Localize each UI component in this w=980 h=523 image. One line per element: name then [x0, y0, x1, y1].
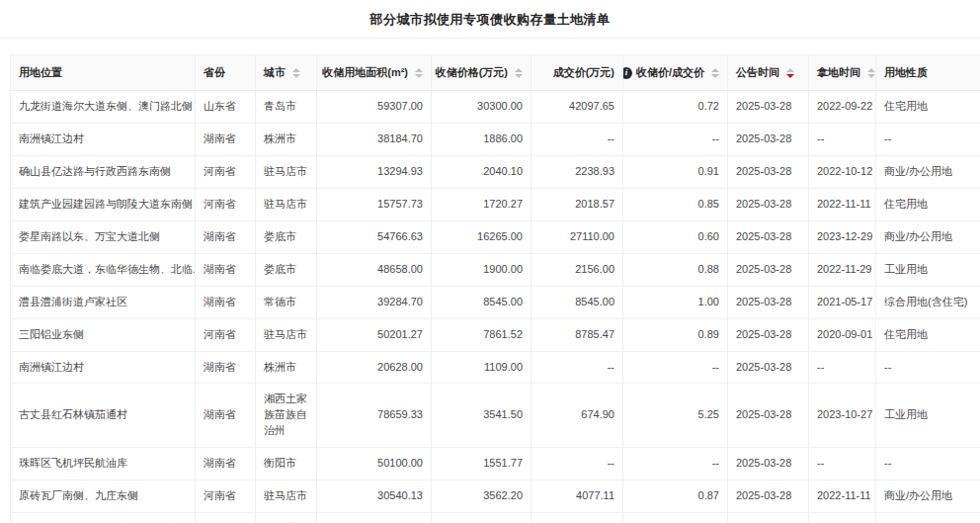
column-header-ratio[interactable]: i收储价/成交价 — [623, 55, 728, 90]
cell-province: 湖南省 — [196, 352, 256, 384]
cell-province: 湖南省 — [196, 254, 256, 286]
cell-deal_price: 4077.11 — [531, 480, 623, 512]
cell-price: 2040.10 — [432, 156, 531, 188]
cell-location: 原砖瓦厂南侧、九庄东侧 — [11, 480, 196, 512]
cell-province: 山东省 — [196, 91, 256, 123]
cell-province: 湖南省 — [196, 124, 256, 155]
land-acquisition-table: 用地位置省份城市收储用地面积(m²)收储价格(万元)成交价(万元)i收储价/成交… — [10, 54, 980, 523]
cell-city: 娄底市 — [256, 221, 317, 253]
sort-carets-icon[interactable] — [786, 68, 794, 78]
column-header-deal_price: 成交价(万元) — [531, 55, 623, 90]
cell-announce_date: 2025-03-28 — [728, 319, 809, 351]
cell-deal_price: 8785.47 — [531, 319, 623, 351]
cell-acquire_date: 2023-12-29 — [809, 221, 876, 253]
cell-ratio: 0.87 — [623, 480, 728, 512]
cell-city: 衡阳市 — [256, 448, 317, 479]
table-row: 建筑产业园建园路与朗陵大道东南侧河南省驻马店市15757.731720.2720… — [11, 189, 980, 221]
column-label: 收储价格(万元) — [436, 65, 508, 80]
caret-up-icon — [292, 68, 300, 72]
table-body: 九龙街道海尔大道东侧、澳门路北侧山东省青岛市59307.0030300.0042… — [11, 91, 980, 523]
cell-land_use: 商业/办公用地 — [876, 221, 980, 253]
caret-down-icon — [415, 74, 423, 78]
cell-acquire_date: -- — [809, 352, 876, 384]
caret-up-icon — [786, 68, 794, 72]
table-row: 珠晖区飞机坪民航油库湖南省衡阳市50100.001551.77----2025-… — [11, 448, 980, 480]
cell-location: 古丈县红石林镇茄通村 — [11, 384, 196, 447]
column-header-announce_date[interactable]: 公告时间 — [728, 55, 809, 90]
cell-area: 15757.73 — [317, 189, 432, 220]
cell-land_use: 住宅用地 — [876, 189, 980, 220]
cell-location: 珠晖区飞机坪民航油库 — [11, 448, 196, 479]
title-divider — [0, 38, 980, 39]
caret-up-icon — [867, 68, 875, 72]
cell-announce_date: 2025-03-28 — [728, 287, 809, 318]
column-header-area[interactable]: 收储用地面积(m²) — [317, 55, 432, 90]
info-circle-icon[interactable]: i — [623, 67, 632, 79]
cell-acquire_date: -- — [809, 513, 876, 523]
table-header-row: 用地位置省份城市收储用地面积(m²)收储价格(万元)成交价(万元)i收储价/成交… — [11, 55, 980, 91]
cell-deal_price: 8545.00 — [531, 287, 623, 318]
cell-land_use: 商业/办公用地 — [876, 156, 980, 188]
caret-up-icon — [515, 68, 523, 72]
sort-carets-icon[interactable] — [292, 68, 300, 78]
cell-area: 54766.63 — [317, 221, 432, 253]
cell-city: 湘西土家族苗族自治州 — [256, 384, 317, 447]
cell-province: 湖南省 — [196, 221, 256, 253]
column-label: 拿地时间 — [817, 65, 860, 80]
table-row: 原砖瓦厂南侧、九庄东侧河南省驻马店市30540.133562.204077.11… — [11, 480, 980, 513]
cell-area: 13294.93 — [317, 156, 432, 188]
cell-deal_price: 674.90 — [531, 384, 623, 447]
column-header-province: 省份 — [196, 55, 256, 90]
caret-down-icon — [292, 74, 300, 78]
page-title: 部分城市拟使用专项债收购存量土地清单 — [0, 0, 980, 38]
sort-carets-icon[interactable] — [711, 68, 719, 78]
cell-acquire_date: 2022-11-29 — [809, 254, 876, 286]
cell-announce_date: 2025-03-28 — [728, 189, 809, 220]
cell-price: 1886.00 — [432, 124, 531, 155]
sort-carets-icon[interactable] — [515, 68, 523, 78]
cell-land_use: 住宅用地 — [876, 319, 980, 351]
cell-city: 青岛市 — [256, 91, 317, 123]
cell-acquire_date: 2022-11-11 — [809, 189, 876, 220]
column-header-price[interactable]: 收储价格(万元) — [432, 55, 531, 90]
column-header-acquire_date[interactable]: 拿地时间 — [809, 55, 876, 90]
cell-area: 50100.00 — [317, 448, 432, 479]
cell-city: 株洲市 — [256, 352, 317, 384]
cell-province: 河南省 — [196, 480, 256, 512]
cell-land_use: -- — [876, 448, 980, 479]
cell-area: 20628.00 — [317, 352, 432, 384]
cell-area: 78659.33 — [317, 384, 432, 447]
column-label: 用地性质 — [884, 65, 928, 80]
cell-city: 驻马店市 — [256, 319, 317, 351]
cell-deal_price: -- — [531, 352, 623, 384]
table-row: 南洲镇江边村湖南省株洲市20628.001109.00----2025-03-2… — [11, 352, 980, 385]
cell-acquire_date: 2023-10-27 — [809, 384, 876, 447]
table-row: 南临娄底大道，东临华德生物、北临...湖南省娄底市48658.001900.00… — [11, 254, 980, 287]
cell-land_use: 商业/办公用地 — [876, 480, 980, 512]
table-row: 九龙街道海尔大道东侧、澳门路北侧山东省青岛市59307.0030300.0042… — [11, 91, 980, 124]
cell-ratio: 0.89 — [623, 319, 728, 351]
cell-ratio: 0.88 — [623, 254, 728, 286]
table-row: 古丈县红石林镇茄通村湖南省湘西土家族苗族自治州78659.333541.5067… — [11, 384, 980, 448]
sort-carets-icon[interactable] — [867, 68, 875, 78]
table-row: 澧县澧浦街道卢家社区湖南省常德市39284.708545.008545.001.… — [11, 287, 980, 319]
column-label: 收储用地面积(m²) — [322, 65, 408, 80]
cell-announce_date: 2025-03-28 — [728, 156, 809, 188]
cell-area: 39284.70 — [317, 287, 432, 318]
column-header-city[interactable]: 城市 — [256, 55, 317, 90]
cell-land_use: -- — [876, 124, 980, 155]
cell-announce_date: 2025-03-28 — [728, 124, 809, 155]
sort-carets-icon[interactable] — [415, 68, 423, 78]
cell-price: 1551.77 — [432, 448, 531, 479]
cell-location: 三阳铝业东侧 — [11, 319, 196, 351]
cell-city: 娄底市 — [256, 254, 317, 286]
cell-deal_price: -- — [531, 124, 623, 155]
caret-up-icon — [711, 68, 719, 72]
cell-price: 3562.20 — [432, 480, 531, 512]
cell-location: 南洲镇江边村 — [11, 352, 196, 384]
cell-city: 株洲市 — [256, 124, 317, 155]
cell-deal_price: 2018.57 — [531, 189, 623, 220]
cell-province: 河南省 — [196, 189, 256, 220]
caret-down-icon — [786, 74, 794, 78]
cell-land_use: 工业用地 — [876, 254, 980, 286]
